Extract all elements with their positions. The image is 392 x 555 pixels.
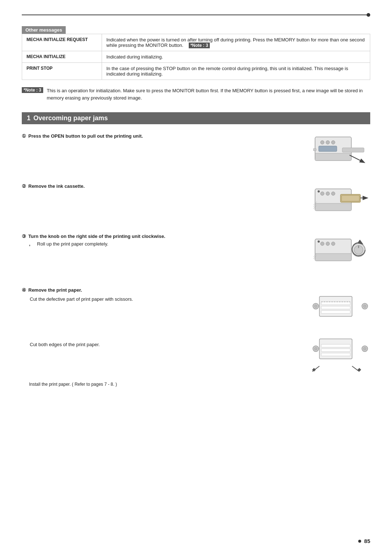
step-4-sub1: Cut the defective part of print paper wi…: [30, 296, 305, 302]
svg-line-53: [352, 366, 359, 372]
svg-point-3: [326, 141, 330, 144]
step-1-label: ① Press the OPEN button to pull out the …: [22, 133, 305, 139]
svg-point-32: [318, 240, 320, 243]
svg-point-27: [331, 242, 335, 246]
note-ref-1: *Note : 3: [189, 42, 210, 48]
paper-roll-illustration-1: [312, 287, 368, 327]
svg-rect-37: [321, 306, 350, 309]
msg-desc-1: Indicated when the power is turned on af…: [102, 34, 370, 51]
other-messages-section: Other messages MECHA INITIALIZE REQUEST …: [22, 26, 370, 101]
section1-heading: 1 Overcoming paper jams: [22, 112, 370, 124]
other-messages-heading: Other messages: [22, 26, 66, 34]
svg-point-12: [320, 192, 324, 195]
section1-number: 1: [27, 114, 30, 122]
step-3-content: ③ Turn the knob on the right side of the…: [22, 234, 305, 247]
svg-rect-11: [315, 203, 351, 211]
messages-table: MECHA INITIALIZE REQUEST Indicated when …: [22, 34, 370, 80]
step-4-row: ④ Remove the print paper. Cut the defect…: [22, 287, 370, 372]
page-number: 85: [358, 538, 370, 544]
svg-point-4: [331, 141, 335, 144]
step-1-image: [312, 133, 370, 173]
step-4-text: Remove the print paper.: [28, 287, 82, 293]
step-3-image: [312, 234, 370, 277]
msg-desc-3: In the case of pressing the STOP button …: [102, 63, 370, 80]
step-2-text: Remove the ink cassette.: [28, 183, 85, 189]
svg-rect-5: [319, 146, 337, 151]
table-row: PRINT STOP In the case of pressing the S…: [22, 63, 370, 80]
step-2-label: ② Remove the ink cassette.: [22, 183, 305, 189]
step-2-content: ② Remove the ink cassette.: [22, 183, 305, 190]
step-3-sub-text: Roll up the print paper completely.: [37, 241, 108, 247]
svg-rect-38: [321, 311, 350, 313]
svg-rect-24: [315, 254, 351, 261]
step-1-text: Press the OPEN button to pull out the pr…: [28, 133, 143, 139]
note-label: *Note : 3: [22, 87, 43, 101]
step-3-sub: , Roll up the print paper completely.: [29, 241, 305, 247]
step-4-label: ④ Remove the print paper.: [22, 287, 305, 293]
top-dot: [367, 13, 370, 17]
svg-rect-36: [321, 302, 350, 305]
page-dot: [358, 540, 361, 543]
step-3-text: Turn the knob on the right side of the p…: [28, 234, 165, 239]
msg-desc-2: Indicated during initializing.: [102, 51, 370, 63]
svg-point-26: [326, 242, 330, 246]
page-container: Other messages MECHA INITIALIZE REQUEST …: [0, 0, 392, 555]
page-num-text: 85: [364, 538, 370, 544]
table-row: MECHA INITIALIZE REQUEST Indicated when …: [22, 34, 370, 51]
printer-illustration-2: [313, 183, 369, 223]
svg-point-49: [314, 347, 317, 350]
svg-point-41: [314, 305, 317, 308]
svg-rect-46: [321, 349, 350, 352]
msg-label-1: MECHA INITIALIZE REQUEST: [22, 34, 102, 51]
svg-rect-1: [315, 153, 351, 161]
note-section: *Note : 3 This is an operation for initi…: [22, 87, 370, 101]
svg-rect-16: [342, 195, 359, 201]
svg-point-18: [318, 190, 320, 193]
table-row: MECHA INITIALIZE Indicated during initia…: [22, 51, 370, 63]
svg-line-7: [350, 155, 364, 162]
step-2-row: ② Remove the ink cassette.: [22, 183, 370, 223]
svg-rect-9: [313, 149, 316, 151]
step-1-row: ① Press the OPEN button to pull out the …: [22, 133, 370, 173]
step-1-content: ① Press the OPEN button to pull out the …: [22, 133, 305, 140]
printer-illustration-3: [313, 234, 369, 277]
svg-point-14: [331, 192, 335, 195]
svg-point-13: [326, 192, 330, 195]
svg-point-25: [320, 242, 324, 246]
svg-point-2: [320, 141, 324, 144]
paper-roll-illustration-2: [312, 332, 368, 372]
svg-rect-47: [321, 353, 350, 356]
step-3-row: ③ Turn the knob on the right side of the…: [22, 234, 370, 277]
top-rule: [22, 15, 370, 15]
step-4-images: [312, 287, 370, 372]
bottom-note: Install the print paper. ( Refer to page…: [29, 382, 370, 387]
step-2-image: [312, 183, 370, 223]
svg-point-43: [363, 305, 366, 308]
step-4-sub2: Cut both edges of the print paper.: [30, 342, 305, 347]
section1-title: Overcoming paper jams: [33, 114, 108, 122]
svg-point-51: [363, 347, 366, 350]
step-4-content: ④ Remove the print paper. Cut the defect…: [22, 287, 305, 347]
step-3-label: ③ Turn the knob on the right side of the…: [22, 234, 305, 239]
msg-label-3: PRINT STOP: [22, 63, 102, 80]
svg-rect-6: [342, 148, 364, 152]
svg-rect-45: [321, 344, 350, 347]
printer-illustration-1: [313, 133, 369, 173]
note-text: This is an operation for initialization.…: [47, 87, 370, 101]
msg-label-2: MECHA INITIALIZE: [22, 51, 102, 63]
section1: 1 Overcoming paper jams ① Press the OPEN…: [22, 112, 370, 387]
